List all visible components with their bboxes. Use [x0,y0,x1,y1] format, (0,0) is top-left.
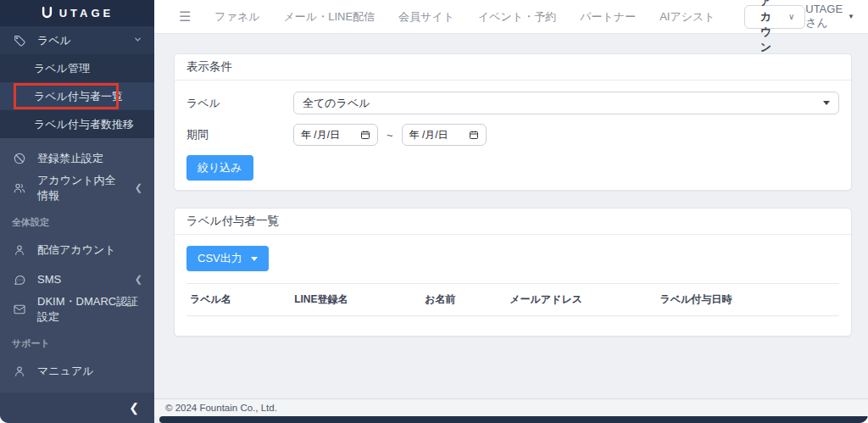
date-range-separator: ~ [387,129,393,142]
caret-down-icon [823,101,830,105]
panel-title: ラベル付与者一覧 [175,209,851,235]
copyright-text: © 2024 Fountain Co., Ltd. [165,403,277,413]
filter-panel-body: ラベル 全てのラベル 期間 年 /月/日 ~ 年 /月/日 [175,81,851,190]
top-navigation: ☰ ファネル メール・LINE配信 会員サイト イベント・予約 パートナー AI… [154,0,868,34]
caret-down-icon [251,257,258,261]
sidebar-collapse-button[interactable]: ❮ [0,392,154,423]
utage-u-icon [41,7,53,19]
date-from-input[interactable]: 年 /月/日 [293,124,378,146]
sidebar-item-manual[interactable]: マニュアル [0,356,154,386]
nav-item-funnel[interactable]: ファネル [214,9,259,25]
chevron-left-icon: ❮ [135,274,142,285]
sidebar-item-label-assignee-list[interactable]: ラベル付与者一覧 [0,82,154,110]
sidebar-item-label-assignee-trend[interactable]: ラベル付与者数推移 [0,110,154,138]
user-icon [12,364,26,378]
main-content: 表示条件 ラベル 全てのラベル 期間 年 /月/日 ~ [154,35,868,398]
app-window: UTAGE ラベル ラベル管理 ラベル付与者一覧 ラベル付与者数推移 [0,0,868,423]
sidebar-item-delivery-account[interactable]: 配信アカウント [0,235,154,264]
caret-down-icon: ▼ [848,13,854,20]
label-select[interactable]: 全てのラベル [293,92,839,114]
column-header-assigned-at: ラベル付与日時 [656,284,839,316]
label-field-label: ラベル [186,96,293,111]
sidebar-item-label: DKIM・DMARC認証設定 [37,294,142,325]
nav-item-event-booking[interactable]: イベント・予約 [478,9,556,25]
sidebar-item-label: SMS [37,273,61,286]
submenu-label: ラベル管理 [34,61,90,76]
csv-export-label: CSV出力 [198,251,242,266]
sidebar: UTAGE ラベル ラベル管理 ラベル付与者一覧 ラベル付与者数推移 [0,0,154,423]
chevron-left-icon: ❮ [135,182,142,193]
sidebar-item-registration-ban[interactable]: 登録禁止設定 [0,143,154,173]
sidebar-section-global-settings: 全体設定 [0,203,154,235]
label-filter-row: ラベル 全てのラベル [186,92,839,114]
brand-logo: UTAGE [0,0,154,26]
nav-item-partner[interactable]: パートナー [580,9,636,25]
date-from-value: 年 /月/日 [301,128,340,142]
assignee-table: ラベル名 LINE登録名 お名前 メールアドレス ラベル付与日時 [186,283,839,316]
column-header-email: メールアドレス [506,284,656,316]
empty-table-body [186,316,839,336]
chevron-down-icon [133,34,142,47]
list-panel-body: CSV出力 ラベル名 LINE登録名 お名前 メールアドレス ラベル付与日時 [175,235,851,336]
mail-icon [12,302,26,316]
sidebar-item-label: 登録禁止設定 [37,151,103,166]
sidebar-item-label-management[interactable]: ラベル管理 [0,54,154,82]
calendar-icon [469,130,479,140]
user-menu[interactable]: UTAGE さん ▼ [805,3,854,31]
column-header-name: お名前 [421,284,506,316]
menu-icon[interactable]: ☰ [179,8,191,25]
sidebar-item-label-parent[interactable]: ラベル [0,26,154,54]
sidebar-item-dkim-dmarc[interactable]: DKIM・DMARC認証設定 [0,294,154,324]
brand-name: UTAGE [59,7,114,19]
filter-conditions-panel: 表示条件 ラベル 全てのラベル 期間 年 /月/日 ~ [174,53,852,191]
submenu-label: ラベル付与者数推移 [34,117,134,132]
sidebar-item-label: アカウント内全情報 [37,173,124,203]
ban-icon [12,151,26,165]
sidebar-item-label: マニュアル [37,364,94,379]
sidebar-section-support: サポート [0,324,154,356]
footer: © 2024 Fountain Co., Ltd. [154,398,868,416]
label-submenu: ラベル管理 ラベル付与者一覧 ラベル付与者数推移 [0,54,154,138]
period-field-label: 期間 [186,127,293,142]
column-header-line-name: LINE登録名 [291,284,421,316]
filter-submit-button[interactable]: 絞り込み [186,155,253,181]
delivery-account-dropdown[interactable]: 配信アカウント ∨ [744,5,806,29]
chevron-left-icon: ❮ [129,401,139,415]
sidebar-item-label: ラベル [37,33,71,48]
nav-item-ai-assist[interactable]: AIアシスト [659,9,715,25]
column-header-label-name: ラベル名 [186,284,291,316]
calendar-icon [360,130,370,140]
sidebar-item-sms[interactable]: SMS ❮ [0,264,154,294]
label-select-value: 全てのラベル [303,96,370,111]
date-to-input[interactable]: 年 /月/日 [402,124,487,146]
chat-icon [12,272,26,287]
period-filter-row: 期間 年 /月/日 ~ 年 /月/日 [186,124,839,146]
submenu-label: ラベル付与者一覧 [34,89,123,104]
window-bottom-edge [159,416,868,423]
chevron-down-icon: ∨ [788,12,794,21]
table-header-row: ラベル名 LINE登録名 お名前 メールアドレス ラベル付与日時 [186,284,839,316]
csv-export-button[interactable]: CSV出力 [186,246,269,271]
label-assignee-list-panel: ラベル付与者一覧 CSV出力 ラベル名 LINE登録名 お名前 メールアドレス [174,208,852,337]
users-icon [12,181,26,195]
nav-item-member-site[interactable]: 会員サイト [398,9,454,25]
nav-item-mail-line[interactable]: メール・LINE配信 [284,9,376,25]
panel-title: 表示条件 [175,54,851,81]
sidebar-item-label: 配信アカウント [37,242,116,258]
user-name: UTAGE さん [805,3,843,31]
tag-icon [12,33,26,47]
date-to-value: 年 /月/日 [409,128,448,142]
user-icon [12,242,26,257]
sidebar-item-account-info[interactable]: アカウント内全情報 ❮ [0,173,154,203]
